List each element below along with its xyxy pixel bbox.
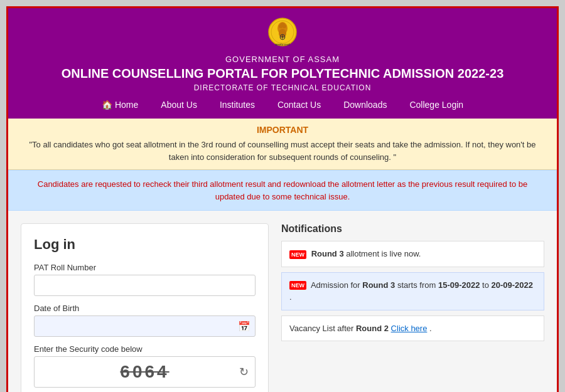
important-label: IMPORTANT [21, 125, 544, 135]
notif-period: . [289, 292, 292, 302]
important-banner: IMPORTANT "To all candidates who got sea… [8, 119, 557, 170]
notif-vacancy-text: Vacancy List after [289, 324, 356, 333]
notif-starts-text: starts from [397, 280, 438, 290]
pat-roll-input[interactable] [34, 275, 256, 296]
new-badge: NEW [289, 281, 306, 290]
pat-roll-group: PAT Roll Number [34, 263, 256, 296]
login-title: Log in [34, 236, 256, 253]
main-content: Log in PAT Roll Number Date of Birth 📅 E… [8, 211, 557, 392]
login-section: Log in PAT Roll Number Date of Birth 📅 E… [21, 223, 269, 392]
nav-institutes-label: Institutes [220, 100, 255, 110]
nav-institutes[interactable]: Institutes [208, 97, 266, 112]
notif-start-date: 15-09-2022 [438, 280, 480, 290]
captcha-value: 6064 [40, 362, 250, 382]
portal-title: ONLINE COUNSELLING PORTAL FOR POLYTECHNI… [21, 66, 544, 81]
notif-round3-allotment-text: allotment is live now. [346, 249, 421, 258]
dob-group: Date of Birth 📅 [34, 304, 256, 337]
notif-round3-allotment-bold: Round 3 [311, 249, 344, 258]
main-container: सत्यमेव जयते GOVERNMENT OF ASSAM ONLINE … [6, 6, 559, 392]
blue-notice: Candidates are requested to recheck thei… [8, 170, 557, 211]
header: सत्यमेव जयते GOVERNMENT OF ASSAM ONLINE … [8, 8, 557, 119]
nav-contact-us-label: Contact Us [277, 100, 321, 110]
govt-title: GOVERNMENT OF ASSAM [21, 55, 544, 64]
notif-admission-text: Admission for [311, 280, 362, 290]
nav-about-us-label: About Us [161, 100, 197, 110]
svg-text:सत्यमेव जयते: सत्यमेव जयते [274, 43, 290, 46]
notifications-section: Notifications NEW Round 3 allotment is l… [269, 223, 544, 392]
notification-item: Vacancy List after Round 2 Click here . [281, 315, 544, 342]
calendar-icon[interactable]: 📅 [238, 320, 250, 332]
security-group: Enter the Security code below 6064 ↻ [34, 344, 256, 392]
click-here-link[interactable]: Click here [391, 324, 428, 333]
directorate-title: DIRECTORATE OF TECHNICAL EDUCATION [21, 83, 544, 92]
pat-roll-label: PAT Roll Number [34, 263, 256, 272]
notif-round2-bold: Round 2 [356, 324, 389, 333]
main-nav: 🏠 Home About Us Institutes Contact Us Do… [21, 92, 544, 119]
new-badge: NEW [289, 250, 306, 259]
important-text: "To all candidates who got seat allotmen… [21, 139, 544, 163]
notif-vacancy-period: . [429, 324, 432, 333]
notifications-title: Notifications [281, 223, 544, 235]
home-icon: 🏠 [102, 100, 112, 110]
blue-notice-text: Candidates are requested to recheck thei… [38, 179, 527, 201]
nav-home[interactable]: 🏠 Home [90, 97, 149, 112]
dob-label: Date of Birth [34, 304, 256, 313]
nav-contact-us[interactable]: Contact Us [266, 97, 332, 112]
nav-college-login[interactable]: College Login [398, 97, 475, 112]
dob-input-wrapper: 📅 [34, 315, 256, 337]
security-label: Enter the Security code below [34, 344, 256, 354]
captcha-wrapper: 6064 ↻ [34, 356, 256, 388]
nav-about-us[interactable]: About Us [149, 97, 208, 112]
notif-round3-bold: Round 3 [362, 280, 395, 290]
notif-end-date: 20-09-2022 [492, 280, 534, 290]
nav-home-label: Home [115, 100, 138, 110]
dob-input[interactable] [34, 315, 256, 337]
nav-downloads-label: Downloads [343, 100, 387, 110]
nav-downloads[interactable]: Downloads [332, 97, 398, 112]
nav-college-login-label: College Login [409, 100, 463, 110]
notif-to-text: to [482, 280, 491, 290]
notification-item: NEW Round 3 allotment is live now. [281, 241, 544, 267]
refresh-icon[interactable]: ↻ [239, 365, 249, 379]
emblem-icon: सत्यमेव जयते [264, 14, 301, 52]
notification-item: NEW Admission for Round 3 starts from 15… [281, 272, 544, 310]
svg-point-6 [280, 23, 285, 28]
